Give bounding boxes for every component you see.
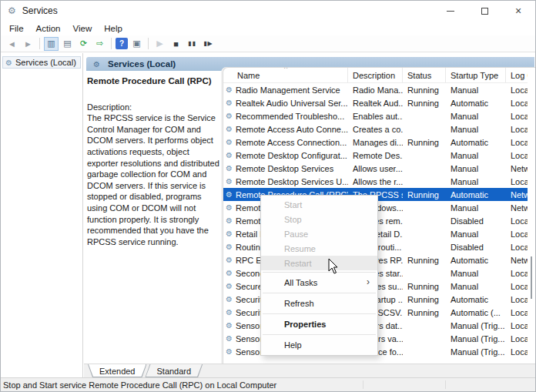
refresh-icon[interactable]: ⟳ <box>76 37 91 51</box>
context-menu-item-refresh[interactable]: Refresh <box>261 295 377 312</box>
service-row[interactable]: ⚙Recommended Troublesho...Enables aut...… <box>223 109 528 122</box>
service-gear-icon: ⚙ <box>226 85 233 94</box>
menu-file[interactable]: File <box>3 22 30 35</box>
status-bar-divider <box>363 380 363 389</box>
stop-service-icon[interactable]: ■ <box>169 37 183 51</box>
service-startup-cell: Manual <box>446 230 506 239</box>
service-name: Remote Access Connection... <box>236 138 347 147</box>
service-description-cell: Remote Des... <box>348 151 403 160</box>
service-status-cell: Running <box>403 99 446 108</box>
service-logon-cell: Local Syste <box>506 85 528 95</box>
pause-service-icon[interactable]: ▮▮ <box>185 37 199 51</box>
service-gear-icon: ⚙ <box>226 216 233 225</box>
service-status-cell: Running <box>403 138 446 147</box>
column-header-name[interactable]: Name^ <box>223 68 348 82</box>
vertical-scrollbar-thumb[interactable] <box>531 256 532 299</box>
service-startup-cell: Manual <box>446 203 506 213</box>
toolbar-separator <box>111 38 112 49</box>
service-row[interactable]: ⚙Realtek Audio Universal Ser...Realtek A… <box>223 96 528 109</box>
context-menu-item-resume[interactable]: Resume <box>261 241 377 256</box>
service-logon-cell: Local Syste <box>506 216 528 226</box>
service-gear-icon: ⚙ <box>226 321 233 330</box>
service-row[interactable]: ⚙Remote Desktop Configurat...Remote Des.… <box>223 149 528 162</box>
column-header-label: Name <box>237 71 260 80</box>
column-header-label: Log On As <box>511 71 528 80</box>
context-menu-item-start[interactable]: Start <box>261 197 377 212</box>
context-menu-separator <box>263 313 376 314</box>
service-gear-icon: ⚙ <box>226 177 233 186</box>
service-row[interactable]: ⚙Remote Access Connection...Manages di..… <box>223 136 528 149</box>
context-menu-item-pause[interactable]: Pause <box>261 226 377 241</box>
service-row[interactable]: ⚙Remote Desktop ServicesAllows user...Ma… <box>223 162 528 175</box>
context-menu-item-help[interactable]: Help <box>261 337 377 353</box>
service-description-cell: Radio Mana... <box>348 85 403 95</box>
context-menu-item-label: All Tasks <box>284 278 317 287</box>
restart-service-icon[interactable]: ▮▶ <box>201 37 216 51</box>
service-logon-cell: Local Syste <box>506 230 528 239</box>
status-bar: Stop and Start service Remote Procedure … <box>1 377 535 391</box>
menu-action[interactable]: Action <box>30 22 67 35</box>
service-logon-cell: Local Syste <box>506 99 528 108</box>
service-name: Recommended Troublesho... <box>236 112 344 121</box>
service-logon-cell: Network S <box>506 190 528 199</box>
service-name: Remote Desktop Services <box>236 164 333 173</box>
services-window: ⚙ Services × FileActionViewHelp ◄►▥▤⟳⇨?▣… <box>0 0 536 392</box>
menu-view[interactable]: View <box>67 22 99 35</box>
back-icon[interactable]: ◄ <box>5 37 19 51</box>
service-row[interactable]: ⚙Remote Desktop Services U...Allows the … <box>223 175 528 188</box>
context-menu-item-properties[interactable]: Properties <box>261 316 377 333</box>
banner-label: Services (Local) <box>108 59 176 69</box>
column-header-log-on-as[interactable]: Log On As <box>506 68 528 82</box>
service-startup-cell: Manual <box>446 151 506 160</box>
service-status-cell: Running <box>403 282 446 291</box>
console-window-icon[interactable]: ▣ <box>129 37 144 51</box>
window-controls: × <box>434 1 535 21</box>
status-bar-divider <box>445 380 446 389</box>
column-header-description[interactable]: Description <box>348 68 403 82</box>
menu-help[interactable]: Help <box>98 22 129 35</box>
tree-item-services-local[interactable]: ⚙ Services (Local) <box>2 56 81 69</box>
export-list-icon[interactable]: ⇨ <box>92 37 107 51</box>
show-hide-tree-icon[interactable]: ▥ <box>44 37 59 51</box>
context-menu: StartStopPauseResumeRestartAll Tasks›Ref… <box>260 195 378 356</box>
service-logon-cell: Local Syste <box>506 295 528 304</box>
service-logon-cell: Network S <box>506 164 528 173</box>
vertical-scrollbar[interactable] <box>530 83 533 368</box>
context-menu-item-all-tasks[interactable]: All Tasks› <box>261 274 377 291</box>
service-logon-cell: Local Syste <box>506 269 528 278</box>
service-description-cell: Realtek Aud... <box>348 99 403 108</box>
submenu-arrow-icon: › <box>367 276 370 287</box>
maximize-button[interactable] <box>467 1 501 21</box>
close-button[interactable]: × <box>501 1 535 21</box>
tab-standard[interactable]: Standard <box>145 364 203 377</box>
context-menu-item-restart[interactable]: Restart <box>261 256 377 270</box>
service-logon-cell: Network S <box>506 256 528 265</box>
tab-extended[interactable]: Extended <box>88 364 146 377</box>
forward-icon[interactable]: ► <box>21 37 35 51</box>
column-header-label: Startup Type <box>451 71 498 80</box>
context-menu-item-stop[interactable]: Stop <box>261 212 377 226</box>
service-gear-icon: ⚙ <box>226 125 233 133</box>
column-header-startup-type[interactable]: Startup Type <box>446 68 506 82</box>
service-row[interactable]: ⚙Remote Access Auto Conne...Creates a co… <box>223 122 528 136</box>
service-name-cell: ⚙Remote Desktop Services <box>223 164 348 173</box>
help-icon[interactable]: ? <box>116 38 128 49</box>
minimize-button[interactable] <box>434 1 467 21</box>
context-menu-separator <box>263 334 376 335</box>
selected-service-title: Remote Procedure Call (RPC) <box>87 76 223 85</box>
service-startup-cell: Automatic <box>446 256 506 265</box>
service-status-cell: Running <box>403 308 446 317</box>
service-name-cell: ⚙Remote Desktop Configurat... <box>223 151 348 160</box>
service-startup-cell: Manual <box>446 112 506 121</box>
service-startup-cell: Automatic (... <box>446 308 506 317</box>
service-row[interactable]: ⚙Radio Management ServiceRadio Mana...Ru… <box>223 83 528 96</box>
service-status-cell: Running <box>403 190 446 199</box>
tab-label: Standard <box>156 367 191 376</box>
console-tree-pane: ⚙ Services (Local) <box>1 53 83 377</box>
service-startup-cell: Automatic <box>446 295 506 304</box>
start-service-icon[interactable]: ▶ <box>152 37 167 51</box>
service-logon-cell: Local Syste <box>506 177 528 186</box>
window-title: Services <box>22 5 58 16</box>
column-header-status[interactable]: Status <box>403 68 446 82</box>
properties-icon[interactable]: ▤ <box>60 37 75 51</box>
